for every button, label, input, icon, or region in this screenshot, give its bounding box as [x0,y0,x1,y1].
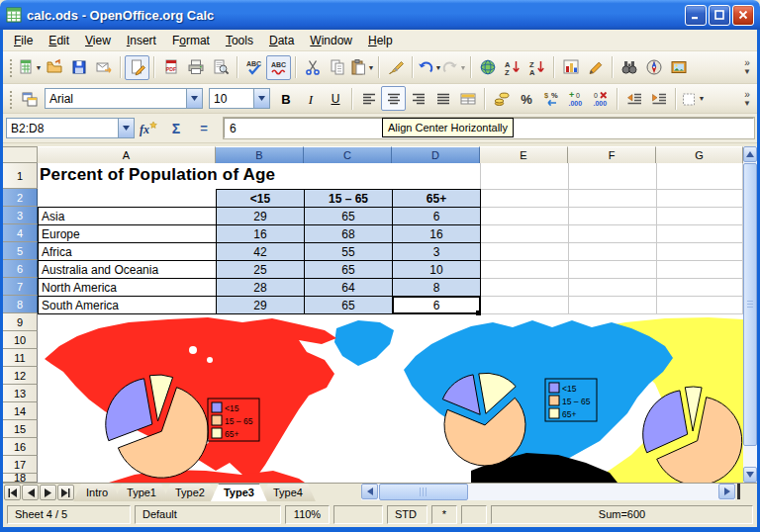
toolbar-overflow-button[interactable]: »▼ [739,90,755,108]
sort-ascending-button[interactable]: AZ [500,55,524,80]
column-header-D[interactable]: D [392,146,480,163]
bold-button[interactable]: B [273,86,298,111]
gallery-button[interactable] [666,55,691,80]
status-page-style[interactable]: Default [135,505,281,524]
row-header-3[interactable]: 3 [3,207,38,224]
align-right-button[interactable] [406,86,430,111]
font-name-combobox[interactable]: Arial [45,88,203,109]
scroll-down-button[interactable] [743,467,757,483]
styles-button[interactable] [17,86,42,111]
menu-edit[interactable]: Edit [41,32,77,49]
function-wizard-button[interactable]: fx [137,117,160,140]
scroll-up-button[interactable] [743,146,757,162]
cell-A3[interactable]: Asia [38,207,217,225]
cell-C6[interactable]: 65 [304,260,393,279]
font-name-dropdown[interactable] [186,89,202,108]
auto-spellcheck-button[interactable]: ABC [266,55,291,80]
row-header-14[interactable]: 14 [3,402,38,420]
scroll-right-button[interactable] [718,484,735,499]
cell-D7[interactable]: 8 [392,278,481,297]
cell-D6[interactable]: 10 [392,260,481,279]
status-sheet-position[interactable]: Sheet 4 / 5 [7,505,131,524]
increase-indent-button[interactable] [646,86,671,111]
sum-button[interactable]: Σ [164,117,188,140]
cell-A8[interactable]: South America [38,296,217,314]
row-header-9[interactable]: 9 [3,313,38,331]
last-sheet-button[interactable] [57,485,74,500]
name-box[interactable]: B2:D8 [6,118,135,138]
export-pdf-button[interactable]: PDF [158,55,183,80]
column-header-G[interactable]: G [656,146,743,163]
cell-C8[interactable]: 65 [304,296,393,314]
menu-data[interactable]: Data [261,32,302,49]
sheet-tab-type4[interactable]: Type4 [260,484,316,501]
cell-C2[interactable]: 15 – 65 [304,189,393,208]
toolbar-grip[interactable] [8,57,14,77]
italic-button[interactable]: I [298,86,323,111]
sheet-tab-type1[interactable]: Type1 [114,484,169,501]
row-header-4[interactable]: 4 [3,224,38,242]
cell-B8[interactable]: 29 [216,296,305,314]
selection-fill-handle[interactable] [476,310,481,315]
find-replace-button[interactable] [617,55,641,80]
cell-A4[interactable]: Europe [38,224,217,243]
menu-view[interactable]: View [77,32,119,49]
column-header-A[interactable]: A [38,146,216,163]
horizontal-scroll-track[interactable] [469,484,718,500]
row-header-13[interactable]: 13 [3,385,38,402]
status-signature[interactable] [461,505,487,524]
status-zoom[interactable]: 110% [285,505,330,524]
insert-chart-button[interactable] [558,55,583,80]
number-currency-button[interactable] [489,86,514,111]
dropdown-arrow-icon[interactable]: ▼ [368,64,375,71]
dropdown-arrow-icon[interactable]: ▼ [460,64,467,71]
column-header-F[interactable]: F [568,146,656,163]
horizontal-scrollbar[interactable] [361,484,735,500]
minimize-button[interactable] [685,5,707,26]
cell-C5[interactable]: 55 [304,242,393,261]
close-button[interactable] [732,5,754,26]
next-sheet-button[interactable] [40,485,56,500]
number-standard-button[interactable]: $% [538,86,563,111]
row-header-10[interactable]: 10 [3,331,38,349]
function-button[interactable]: = [192,117,216,140]
select-all-corner[interactable] [3,146,38,163]
font-size-combobox[interactable]: 10 [209,88,270,109]
sheet-tab-type2[interactable]: Type2 [162,484,218,501]
menu-format[interactable]: Format [164,32,218,49]
save-document-button[interactable] [66,55,91,80]
row-header-12[interactable]: 12 [3,367,38,385]
borders-button[interactable]: ▼ [680,86,705,111]
new-document-button[interactable]: ▼ [17,55,42,80]
cell-D2[interactable]: 65+ [392,189,481,208]
row-header-5[interactable]: 5 [3,242,38,260]
sheet-tab-intro[interactable]: Intro [73,484,121,501]
menu-window[interactable]: Window [302,32,360,49]
row-header-8[interactable]: 8 [3,296,38,313]
merge-cells-button[interactable] [455,86,480,111]
cell-D3[interactable]: 6 [392,207,481,225]
pane-splitter-handle[interactable] [737,484,740,499]
copy-button[interactable] [325,55,349,80]
font-size-dropdown[interactable] [253,89,269,108]
email-document-button[interactable] [91,55,116,80]
column-header-C[interactable]: C [304,146,392,163]
hyperlink-button[interactable] [475,55,500,80]
cell-B7[interactable]: 28 [216,278,305,297]
redo-button[interactable]: ▼ [441,55,466,80]
cell-B3[interactable]: 29 [216,207,305,225]
underline-button[interactable]: U [323,86,347,111]
sheet-cells-area[interactable]: Percent of Population of Age <1515 – 656… [38,163,743,483]
first-sheet-button[interactable] [4,485,21,500]
title-bar[interactable]: calc.ods - OpenOffice.org Calc [0,0,760,30]
cell-A1-title[interactable]: Percent of Population of Age [40,165,275,185]
vertical-scroll-thumb[interactable] [743,163,757,446]
map-pie-chart[interactable]: <1515 – 6565+<1515 – 6565+ [40,314,743,483]
decrease-indent-button[interactable] [621,86,646,111]
cell-A7[interactable]: North America [38,278,217,297]
undo-button[interactable]: ▼ [417,55,441,80]
cell-A5[interactable]: Africa [38,242,217,261]
menu-insert[interactable]: Insert [119,32,164,49]
column-header-B[interactable]: B [216,146,304,163]
status-insert-mode[interactable] [333,505,383,524]
